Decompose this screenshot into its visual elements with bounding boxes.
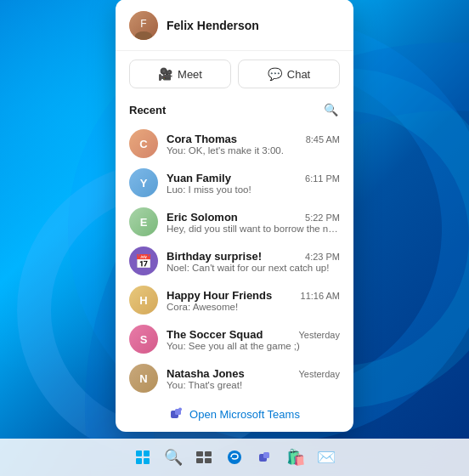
svg-rect-4 [144,450,150,456]
conv-body: Cora Thomas8:45 AMYou: OK, let's make it… [167,133,340,156]
conv-preview: Luo: I miss you too! [167,184,340,195]
conversation-list: CCora Thomas8:45 AMYou: OK, let's make i… [116,124,353,398]
svg-rect-13 [263,452,269,458]
svg-rect-9 [196,458,203,463]
conv-time: 8:45 AM [306,134,340,144]
panel-header: F Felix Henderson [116,0,353,51]
conversation-item[interactable]: HHappy Hour Friends11:16 AMCora: Awesome… [119,280,350,320]
conversation-item[interactable]: YYuan Family6:11 PMLuo: I miss you too! [119,163,350,202]
conv-time: 4:23 PM [305,252,340,262]
svg-point-11 [228,450,241,464]
recent-title: Recent [129,104,166,116]
conv-name: Natasha Jones [167,367,245,380]
conv-time: 11:16 AM [301,291,340,301]
conversation-item[interactable]: NNatasha JonesYesterdayYou: That's great… [119,359,350,398]
teams-logo-icon [169,406,184,422]
conv-name: The Soccer Squad [167,328,263,341]
conv-time: 5:22 PM [305,212,340,223]
chat-button[interactable]: 💬 Chat [238,60,340,88]
search-taskbar-icon[interactable]: 🔍 [160,444,187,471]
conv-name: Yuan Family [167,172,231,184]
conv-body: Natasha JonesYesterdayYou: That's great! [167,367,340,390]
conv-name: Eric Solomon [167,211,238,224]
conv-body: Eric Solomon5:22 PMHey, did you still wa… [167,211,340,234]
conversation-item[interactable]: 📅Birthday surprise!4:23 PMNoel: Can't wa… [119,241,350,280]
conv-avatar: N [129,364,158,393]
conv-avatar: 📅 [129,246,158,275]
conv-time: Yesterday [298,369,340,379]
conv-body: The Soccer SquadYesterdayYou: See you al… [167,328,340,351]
conv-avatar: S [129,325,158,354]
edge-icon[interactable] [221,444,248,471]
conv-avatar: H [129,286,158,314]
chat-panel: F Felix Henderson 🎥 Meet 💬 Chat Recent 🔍… [116,0,353,432]
svg-point-2 [178,408,182,411]
svg-rect-5 [136,458,142,464]
svg-rect-10 [205,458,212,463]
user-name: Felix Henderson [167,19,259,32]
conv-name: Happy Hour Friends [167,289,272,302]
chat-label: Chat [287,68,310,81]
video-icon: 🎥 [158,67,172,81]
recent-header: Recent 🔍 [116,97,353,124]
conv-preview: You: See you all at the game ;) [167,341,340,351]
store-icon[interactable]: 🛍️ [282,444,309,471]
open-teams-label: Open Microsoft Teams [189,408,300,421]
conversation-item[interactable]: CCora Thomas8:45 AMYou: OK, let's make i… [119,124,350,163]
chat-icon: 💬 [268,67,282,81]
start-icon[interactable] [129,444,156,471]
user-avatar: F [129,11,158,40]
conversation-item[interactable]: EEric Solomon5:22 PMHey, did you still w… [119,202,350,241]
conv-preview: You: That's great! [167,380,340,390]
recent-search-button[interactable]: 🔍 [321,100,340,119]
conv-avatar: C [129,129,158,158]
conv-preview: Hey, did you still want to borrow the no… [167,224,340,234]
conv-body: Birthday surprise!4:23 PMNoel: Can't wai… [167,250,340,273]
meet-label: Meet [178,68,202,81]
user-avatar-initial: F [140,18,146,30]
conv-time: Yesterday [298,330,340,340]
teams-taskbar-icon[interactable] [251,444,279,471]
conv-body: Happy Hour Friends11:16 AMCora: Awesome! [167,289,340,312]
conv-avatar: E [129,207,158,236]
svg-rect-6 [144,458,150,464]
svg-rect-7 [196,451,203,456]
mail-icon[interactable]: ✉️ [313,444,340,471]
meet-button[interactable]: 🎥 Meet [129,60,231,88]
conv-preview: Cora: Awesome! [167,302,340,312]
action-buttons: 🎥 Meet 💬 Chat [116,51,353,97]
svg-rect-3 [136,450,142,456]
conv-preview: You: OK, let's make it 3:00. [167,145,340,156]
conv-name: Birthday surprise! [167,250,262,263]
conv-preview: Noel: Can't wait for our next catch up! [167,263,340,273]
svg-rect-8 [205,451,212,456]
taskview-icon[interactable] [190,444,218,471]
conv-name: Cora Thomas [167,133,237,145]
taskbar: 🔍 🛍️ ✉️ [0,439,469,476]
conversation-item[interactable]: SThe Soccer SquadYesterdayYou: See you a… [119,320,350,359]
conv-body: Yuan Family6:11 PMLuo: I miss you too! [167,172,340,195]
conv-avatar: Y [129,168,158,197]
conv-time: 6:11 PM [305,173,340,184]
open-teams-button[interactable]: Open Microsoft Teams [116,398,353,425]
